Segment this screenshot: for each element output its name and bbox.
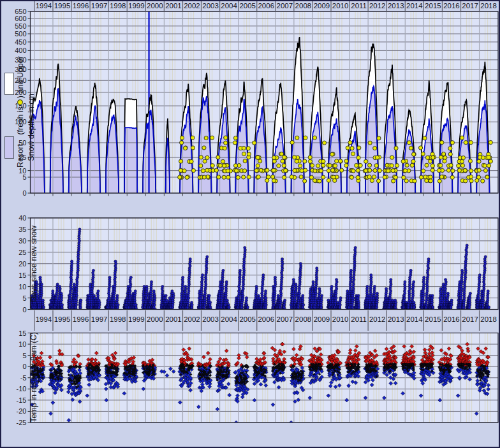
- snow-axis-label-line2: Snow depths in cm: [26, 51, 36, 204]
- year-label: 1998: [110, 315, 126, 323]
- snow-axis-fresh-text: (fresh is) and Upper: [16, 56, 25, 134]
- y-tick-label: 10: [18, 283, 26, 291]
- resort-legend-swatch: [4, 136, 14, 159]
- year-label: 2017: [462, 315, 478, 323]
- year-label: 2007: [277, 315, 293, 323]
- y-tick-label: 15: [18, 329, 26, 337]
- year-label: 2018: [480, 315, 497, 323]
- y-tick-label: 5: [22, 352, 26, 359]
- upper-legend-swatch: [4, 73, 14, 95]
- snow-axis-label-line1: Resort (fresh is) and Upper: [15, 6, 26, 210]
- year-label: 2017: [462, 2, 478, 10]
- year-label: 2014: [406, 2, 423, 10]
- y-tick-label: 0: [22, 306, 26, 314]
- year-label: 2015: [425, 315, 441, 323]
- y-tick-label: 15: [18, 271, 26, 279]
- y-tick-label: 35: [18, 226, 26, 233]
- year-label: 2002: [184, 2, 200, 10]
- year-label: 2003: [202, 315, 219, 323]
- year-label: 1997: [91, 315, 108, 323]
- year-label: 2018: [480, 2, 497, 10]
- snow-axis-resort-text: Resort: [16, 144, 25, 168]
- top-year-axis: 1994199519961997199819992000200120022003…: [34, 1, 497, 11]
- year-label: 1997: [91, 2, 108, 10]
- resort-depth-fill: [124, 127, 137, 193]
- year-label: 2002: [184, 315, 200, 323]
- year-label: 2004: [221, 2, 237, 10]
- y-tick-label: 40: [18, 214, 26, 222]
- y-tick-label: 5: [22, 294, 26, 302]
- year-label: 2007: [277, 2, 293, 10]
- year-label: 2006: [258, 315, 274, 323]
- year-label: 2016: [443, 315, 460, 323]
- year-label: 2000: [147, 2, 163, 10]
- snow-history-chart: 1994199519961997199819992000200120022003…: [0, 0, 500, 448]
- year-label: 2001: [165, 2, 182, 10]
- year-label: 2006: [258, 2, 274, 10]
- year-label: 1994: [36, 2, 52, 10]
- fresh-snow-dot-icon: [17, 99, 23, 105]
- year-label: 2009: [314, 2, 330, 10]
- y-tick-label: 25: [18, 249, 26, 256]
- year-label: 2014: [406, 315, 423, 323]
- year-label: 2004: [221, 315, 237, 323]
- mid-year-axis: 1994199519961997199819992000200120022003…: [34, 310, 497, 331]
- y-tick-label: -15: [17, 396, 27, 404]
- year-label: 2003: [202, 2, 219, 10]
- year-label: 2012: [369, 315, 386, 323]
- temperature-panel: 151050-5-10-15-20-25: [17, 329, 498, 427]
- year-label: 2011: [351, 2, 367, 10]
- y-tick-label: 0: [22, 363, 26, 370]
- year-label: 2012: [369, 2, 386, 10]
- year-label: 2013: [388, 2, 404, 10]
- year-label: 1995: [54, 315, 71, 323]
- year-label: 1996: [73, 2, 89, 10]
- year-label: 2016: [443, 2, 460, 10]
- year-label: 2005: [239, 315, 256, 323]
- year-label: 2011: [351, 315, 367, 323]
- days-since-snow-panel: 4035302520151050: [18, 214, 498, 314]
- y-tick-label: -20: [17, 407, 27, 415]
- year-label: 2000: [147, 315, 163, 323]
- temp-axis-label: Temp in resort at 8am (C): [29, 294, 39, 448]
- year-label: 2005: [239, 2, 256, 10]
- year-label: 2013: [388, 315, 404, 323]
- year-label: 2008: [295, 2, 312, 10]
- y-tick-label: -10: [17, 385, 27, 393]
- chart-canvas: 1994199519961997199819992000200120022003…: [0, 0, 500, 448]
- y-tick-label: -5: [20, 374, 27, 382]
- year-label: 2010: [332, 2, 349, 10]
- year-label: 2010: [332, 315, 349, 323]
- year-label: 1998: [110, 2, 126, 10]
- year-label: 2009: [314, 315, 330, 323]
- year-label: 1999: [128, 315, 145, 323]
- y-tick-label: 10: [18, 340, 26, 348]
- year-label: 2001: [165, 315, 182, 323]
- y-tick-label: 30: [18, 237, 26, 245]
- year-label: 2008: [295, 315, 312, 323]
- y-tick-label: -25: [17, 419, 27, 426]
- year-label: 2015: [425, 2, 441, 10]
- year-label: 1996: [73, 315, 89, 323]
- y-tick-label: 20: [18, 260, 26, 268]
- snow-depth-panel: 6506005505004504003503002502001501005025…: [15, 8, 498, 197]
- year-label: 1995: [54, 2, 71, 10]
- year-label: 1999: [128, 2, 145, 10]
